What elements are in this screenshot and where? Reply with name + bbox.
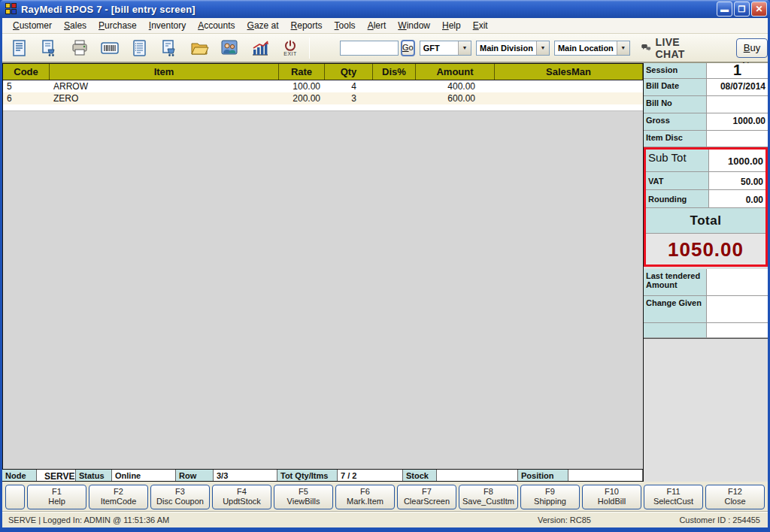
f1-help-button[interactable]: F1Help bbox=[27, 485, 86, 509]
f8-save-custitm-button[interactable]: F8Save_CustItm bbox=[459, 485, 518, 509]
col-header-item[interactable]: Item bbox=[50, 64, 279, 80]
cell-amount: 400.00 bbox=[416, 80, 495, 92]
f11-selectcust-button[interactable]: F11SelectCust bbox=[644, 485, 703, 509]
chat-bubbles-icon bbox=[641, 41, 651, 55]
f12-close-button[interactable]: F12Close bbox=[705, 485, 765, 509]
customer-id-text: Customer ID : 254455 bbox=[679, 515, 760, 524]
new-bill-icon[interactable] bbox=[8, 35, 31, 61]
bill-no-label: Bill No bbox=[644, 96, 707, 113]
table-row[interactable]: 5 ARROW 100.00 4 400.00 bbox=[3, 80, 643, 92]
menu-item-accounts[interactable]: Accounts bbox=[192, 19, 241, 32]
menu-item-customer[interactable]: Customer bbox=[7, 19, 58, 32]
menu-bar: Customer Sales Purchase Inventory Accoun… bbox=[2, 18, 768, 34]
col-header-salesman[interactable]: SalesMan bbox=[495, 64, 643, 80]
close-button[interactable]: ✕ bbox=[751, 2, 767, 17]
cell-item: ZERO bbox=[50, 92, 279, 104]
col-header-qty[interactable]: Qty bbox=[325, 64, 373, 80]
menu-item-window[interactable]: Window bbox=[392, 19, 436, 32]
cell-rate: 100.00 bbox=[279, 80, 325, 92]
f9-shipping-button[interactable]: F9Shipping bbox=[520, 485, 580, 509]
menu-item-help[interactable]: Help bbox=[436, 19, 467, 32]
f3-disc-coupon-button[interactable]: F3Disc Coupon bbox=[150, 485, 210, 509]
cell-code: 5 bbox=[3, 80, 50, 92]
cell-dis bbox=[373, 92, 416, 104]
buy-now-button[interactable]: Buy Now bbox=[736, 38, 768, 58]
item-disc-value bbox=[707, 131, 768, 147]
sub-total-value: 1000.00 bbox=[709, 150, 765, 171]
cell-qty: 3 bbox=[325, 92, 373, 104]
grid-empty-area[interactable] bbox=[3, 104, 643, 111]
open-folder-icon[interactable] bbox=[189, 35, 211, 61]
blank-button[interactable] bbox=[5, 485, 25, 509]
total-label: Total bbox=[646, 208, 765, 234]
panel-filler bbox=[644, 338, 768, 433]
f2-itemcode-button[interactable]: F2ItemCode bbox=[89, 485, 148, 509]
division-select[interactable]: Main Division ▼ bbox=[476, 41, 550, 56]
client-area: Customer Sales Purchase Inventory Accoun… bbox=[2, 18, 768, 527]
f7-clearscreen-button[interactable]: F7ClearScreen bbox=[397, 485, 456, 509]
row-value: 3/3 bbox=[214, 470, 277, 481]
restore-button[interactable]: ❐ bbox=[734, 2, 750, 17]
quick-search-input[interactable] bbox=[340, 41, 399, 56]
total-highlight-box: Sub Tot 1000.00 VAT 50.00 Rounding 0.00 … bbox=[644, 147, 768, 267]
cell-qty: 4 bbox=[325, 80, 373, 92]
col-header-rate[interactable]: Rate bbox=[279, 64, 325, 80]
cell-salesman bbox=[495, 80, 643, 92]
exit-icon[interactable]: EXIT bbox=[279, 35, 302, 61]
f5-viewbills-button[interactable]: F5ViewBills bbox=[274, 485, 333, 509]
print-icon[interactable] bbox=[68, 35, 91, 61]
f6-mark-item-button[interactable]: F6Mark.Item bbox=[335, 485, 395, 509]
menu-item-inventory[interactable]: Inventory bbox=[143, 19, 192, 32]
logged-in-status: SERVE | Logged In: ADMIN @ 11:51:36 AM bbox=[8, 515, 169, 524]
purchase-cart-icon[interactable] bbox=[159, 35, 181, 61]
bill-date-value: 08/07/2014 bbox=[707, 79, 768, 95]
position-label: Position bbox=[518, 470, 568, 481]
title-bar: RayMedi RPOS 7 - [bill entry screen] ▬ ❐… bbox=[0, 0, 770, 18]
go-button[interactable]: Go bbox=[401, 40, 415, 56]
cell-salesman bbox=[495, 92, 643, 104]
menu-item-gaze-at[interactable]: Gaze at bbox=[241, 19, 285, 32]
bill-list-icon[interactable] bbox=[129, 35, 151, 61]
menu-item-reports[interactable]: Reports bbox=[285, 19, 329, 32]
menu-item-tools[interactable]: Tools bbox=[329, 19, 362, 32]
window-title: RayMedi RPOS 7 - [bill entry screen] bbox=[21, 4, 196, 15]
app-window: RayMedi RPOS 7 - [bill entry screen] ▬ ❐… bbox=[0, 0, 770, 532]
sales-cart-icon[interactable] bbox=[38, 35, 61, 61]
vat-value: 50.00 bbox=[709, 172, 765, 189]
status-label: Status bbox=[76, 470, 112, 481]
cell-item: ARROW bbox=[50, 80, 279, 92]
company-select[interactable]: GFT ▼ bbox=[420, 41, 471, 56]
col-header-amount[interactable]: Amount bbox=[416, 64, 495, 80]
bill-date-label: Bill Date bbox=[644, 79, 707, 95]
sub-total-label: Sub Tot bbox=[646, 150, 709, 171]
rounding-value: 0.00 bbox=[709, 190, 765, 207]
f10-holdbill-button[interactable]: F10HoldBill bbox=[582, 485, 641, 509]
customers-icon[interactable] bbox=[219, 35, 241, 61]
menu-item-alert[interactable]: Alert bbox=[362, 19, 393, 32]
grid-header-row: Code Item Rate Qty Dis% Amount SalesMan bbox=[3, 64, 643, 80]
stock-value bbox=[437, 470, 518, 481]
item-disc-label: Item Disc bbox=[644, 131, 707, 147]
last-tendered-label: Last tendered Amount bbox=[644, 269, 707, 295]
reports-chart-icon[interactable] bbox=[249, 35, 271, 61]
menu-item-sales[interactable]: Sales bbox=[58, 19, 92, 32]
col-header-dis[interactable]: Dis% bbox=[373, 64, 416, 80]
live-chat-button[interactable]: LIVE CHAT bbox=[641, 36, 691, 60]
tot-qty-label: Tot Qty/Itms bbox=[277, 470, 338, 481]
vat-label: VAT bbox=[646, 172, 709, 189]
table-row[interactable]: 6 ZERO 200.00 3 600.00 bbox=[3, 92, 643, 104]
barcode-icon[interactable] bbox=[99, 35, 121, 61]
change-given-value bbox=[707, 296, 768, 322]
session-value: 1 bbox=[707, 63, 768, 78]
location-select[interactable]: Main Location ▼ bbox=[554, 41, 630, 56]
position-value bbox=[568, 470, 643, 481]
minimize-button[interactable]: ▬ bbox=[717, 2, 732, 17]
col-header-code[interactable]: Code bbox=[3, 64, 50, 80]
f4-updtstock-button[interactable]: F4UpdtStock bbox=[212, 485, 271, 509]
gross-value: 1000.00 bbox=[707, 113, 768, 130]
menu-item-purchase[interactable]: Purchase bbox=[92, 19, 143, 32]
menu-item-exit[interactable]: Exit bbox=[467, 19, 494, 32]
exit-icon-label: EXIT bbox=[283, 51, 297, 56]
gross-label: Gross bbox=[644, 113, 707, 130]
cell-dis bbox=[373, 80, 416, 92]
